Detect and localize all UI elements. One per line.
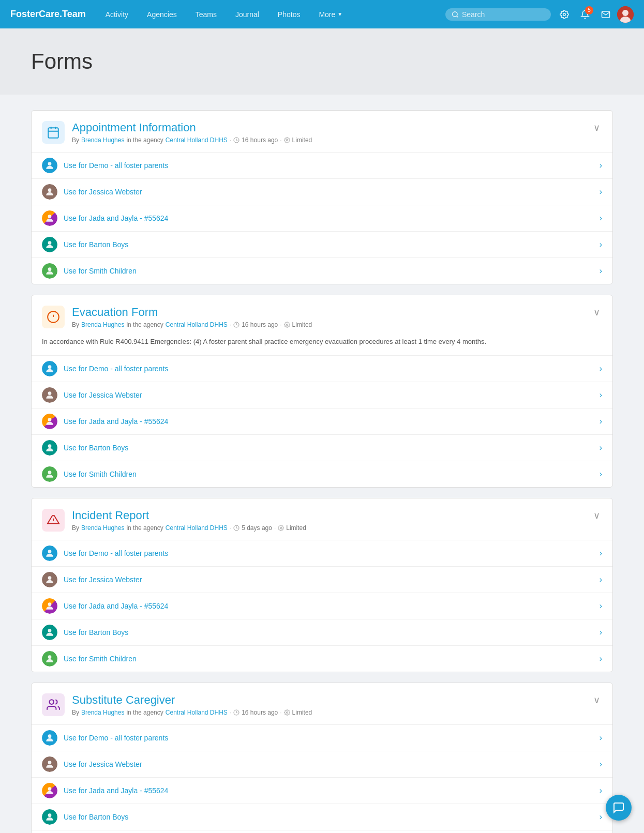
form-list-item[interactable]: Use for Demo - all foster parents › (32, 540, 612, 566)
list-item-label: Use for Demo - all foster parents (64, 734, 600, 742)
chevron-right-icon: › (600, 417, 602, 426)
form-list-item[interactable]: Use for Smith Children › (32, 258, 612, 284)
search-icon (452, 11, 459, 18)
chevron-right-icon: › (600, 161, 602, 170)
form-list-item[interactable]: Use for Jada and Jayla - #55624 › (32, 408, 612, 434)
form-description: In accordance with Rule R400.9411 Emerge… (32, 337, 612, 355)
form-card-title: Substitute Caregiver (72, 693, 312, 707)
svg-point-14 (48, 215, 52, 218)
chevron-right-icon: › (600, 443, 602, 452)
form-list-item[interactable]: Use for Barton Boys › (32, 434, 612, 461)
form-card-title: Evacuation Form (72, 306, 312, 319)
agency-link[interactable]: Central Holland DHHS (166, 709, 228, 716)
svg-point-11 (286, 140, 288, 141)
list-avatar (42, 184, 57, 200)
list-item-label: Use for Jessica Webster (64, 188, 600, 196)
form-list-item[interactable]: Use for Demo - all foster parents › (32, 152, 612, 178)
nav-link-journal[interactable]: Journal (226, 0, 268, 28)
search-bar[interactable] (445, 8, 551, 21)
svg-point-36 (48, 655, 52, 659)
svg-point-33 (48, 576, 52, 580)
gear-icon (560, 10, 569, 19)
form-list-item[interactable]: Use for Smith Children › (32, 645, 612, 672)
form-card-header: Incident Report By Brenda Hughes in the … (32, 498, 612, 540)
author-link[interactable]: Brenda Hughes (81, 321, 124, 328)
by-label: By (72, 709, 79, 716)
agency-link[interactable]: Central Holland DHHS (166, 321, 228, 328)
form-card-meta: By Brenda Hughes in the agency Central H… (72, 321, 312, 328)
chevron-right-icon: › (600, 575, 602, 584)
svg-point-13 (48, 188, 52, 192)
list-avatar (42, 730, 57, 746)
collapse-button[interactable]: ∨ (591, 693, 602, 707)
chat-button[interactable] (606, 795, 632, 821)
collapse-button[interactable]: ∨ (591, 509, 602, 522)
collapse-button[interactable]: ∨ (591, 121, 602, 134)
list-avatar (42, 414, 57, 429)
agency-link[interactable]: Central Holland DHHS (166, 137, 228, 144)
svg-point-43 (48, 813, 52, 817)
form-list-item[interactable]: Use for Jada and Jayla - #55624 › (32, 205, 612, 231)
list-avatar (42, 783, 57, 798)
svg-point-41 (48, 761, 52, 764)
list-item-label: Use for Jada and Jayla - #55624 (64, 602, 600, 610)
svg-point-26 (48, 471, 52, 474)
nav-links: ActivityAgenciesTeamsJournalPhotosMore ▼ (96, 0, 441, 28)
svg-point-4 (622, 10, 628, 16)
nav-link-activity[interactable]: Activity (96, 0, 138, 28)
avatar[interactable] (617, 6, 634, 23)
nav-link-teams[interactable]: Teams (186, 0, 226, 28)
svg-point-42 (48, 787, 52, 791)
form-list-item[interactable]: Use for Jessica Webster › (32, 178, 612, 205)
svg-line-1 (457, 16, 458, 17)
list-avatar (42, 651, 57, 667)
search-input[interactable] (462, 10, 545, 19)
list-item-label: Use for Jessica Webster (64, 575, 600, 584)
chevron-right-icon: › (600, 549, 602, 558)
form-list-item[interactable]: Use for Jessica Webster › (32, 382, 612, 408)
collapse-button[interactable]: ∨ (591, 306, 602, 319)
svg-point-12 (48, 162, 52, 165)
form-list-item[interactable]: Use for Smith Children › (32, 830, 612, 834)
nav-link-more[interactable]: More ▼ (309, 0, 352, 28)
by-label: By (72, 524, 79, 532)
notification-badge: 5 (585, 6, 593, 14)
list-avatar (42, 625, 57, 640)
chevron-right-icon: › (600, 390, 602, 400)
author-link[interactable]: Brenda Hughes (81, 137, 124, 144)
nav-link-photos[interactable]: Photos (268, 0, 310, 28)
settings-icon (284, 137, 290, 143)
author-link[interactable]: Brenda Hughes (81, 524, 124, 532)
form-list-item[interactable]: Use for Jessica Webster › (32, 751, 612, 777)
form-list-item[interactable]: Use for Jada and Jayla - #55624 › (32, 593, 612, 619)
notifications-button[interactable]: 5 (576, 5, 594, 24)
form-list-item[interactable]: Use for Barton Boys › (32, 804, 612, 830)
form-icon (42, 306, 65, 328)
form-list-item[interactable]: Use for Barton Boys › (32, 619, 612, 645)
agency-link[interactable]: Central Holland DHHS (166, 524, 228, 532)
form-list-item[interactable]: Use for Demo - all foster parents › (32, 355, 612, 382)
form-list-item[interactable]: Use for Smith Children › (32, 461, 612, 487)
svg-point-37 (49, 700, 54, 704)
form-card-header: Appointment Information By Brenda Hughes… (32, 111, 612, 152)
list-avatar (42, 809, 57, 825)
time-ago: 16 hours ago (242, 709, 278, 716)
form-list-item[interactable]: Use for Demo - all foster parents › (32, 724, 612, 751)
form-list-item[interactable]: Use for Jada and Jayla - #55624 › (32, 777, 612, 804)
chevron-right-icon: › (600, 733, 602, 743)
list-avatar (42, 756, 57, 772)
brand-logo[interactable]: FosterCare.Team (10, 9, 86, 20)
svg-point-32 (48, 550, 52, 553)
list-item-label: Use for Smith Children (64, 470, 600, 478)
nav-link-agencies[interactable]: Agencies (138, 0, 186, 28)
svg-rect-6 (48, 128, 58, 138)
messages-button[interactable] (596, 5, 615, 24)
settings-button[interactable] (555, 5, 574, 24)
page-title: Forms (31, 49, 613, 74)
svg-point-34 (48, 602, 52, 606)
form-list-item[interactable]: Use for Barton Boys › (32, 231, 612, 258)
page-header: Forms (0, 28, 644, 95)
svg-point-35 (48, 629, 52, 632)
author-link[interactable]: Brenda Hughes (81, 709, 124, 716)
form-list-item[interactable]: Use for Jessica Webster › (32, 566, 612, 593)
